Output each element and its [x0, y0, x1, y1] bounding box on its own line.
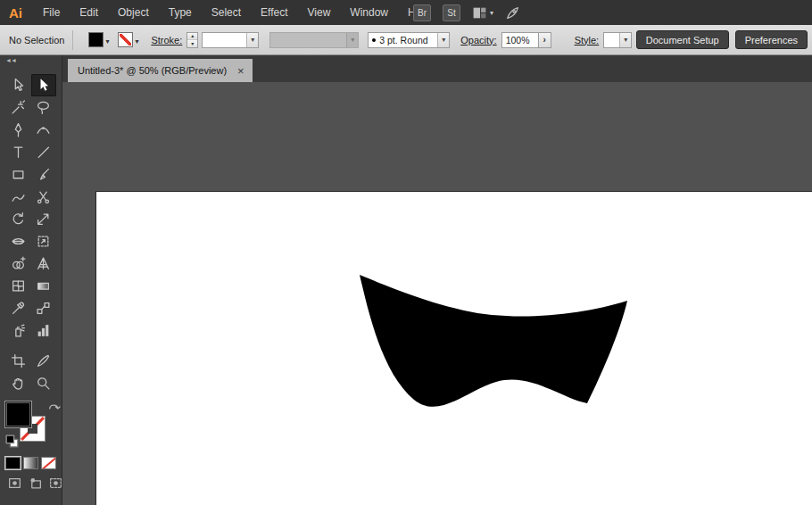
tool-curvature[interactable]	[31, 119, 57, 141]
control-bar: No Selection ▾ ▾ Stroke: ▴ ▾ ▾ ▾ 3 pt. R…	[0, 25, 812, 55]
gradient-button[interactable]	[23, 457, 38, 469]
canvas-pasteboard[interactable]	[62, 82, 812, 505]
tool-free-transform[interactable]	[31, 230, 57, 252]
tools-panel: ◄◄	[0, 55, 62, 505]
style-label[interactable]: Style:	[575, 35, 600, 46]
chevron-down-icon[interactable]: ▾	[135, 37, 138, 46]
draw-behind-icon[interactable]	[28, 476, 43, 494]
tool-magic-wand[interactable]	[5, 96, 31, 119]
tool-perspective-grid[interactable]	[31, 252, 57, 275]
menu-object[interactable]: Object	[108, 0, 159, 25]
drawn-shape[interactable]	[360, 275, 627, 407]
chevron-down-icon[interactable]: ▾	[246, 33, 258, 47]
opacity-flyout-icon[interactable]: ›	[539, 32, 551, 48]
workspace-layout-icon	[472, 5, 487, 21]
tool-column-graph[interactable]	[31, 319, 57, 342]
menu-select[interactable]: Select	[202, 0, 251, 25]
tool-blend[interactable]	[31, 297, 57, 319]
none-button[interactable]	[41, 457, 56, 469]
tool-eyedropper[interactable]	[5, 297, 31, 319]
stroke-color-control: ▾	[118, 32, 140, 47]
stroke-color-swatch[interactable]	[118, 32, 133, 47]
tool-pen[interactable]	[5, 119, 31, 141]
tool-type[interactable]	[5, 141, 31, 163]
chevron-down-icon[interactable]: ▾	[105, 37, 109, 46]
app-logo: Ai	[0, 5, 33, 21]
tool-group-divider	[5, 342, 56, 350]
brush-definition-value: 3 pt. Round	[379, 35, 427, 46]
stroke-weight-combo[interactable]: ▾	[202, 32, 259, 48]
divider	[72, 30, 73, 50]
tool-slice[interactable]	[31, 350, 57, 372]
bridge-icon[interactable]: Br	[413, 4, 431, 21]
style-combo[interactable]: ▾	[603, 32, 632, 48]
tool-width[interactable]	[5, 230, 31, 252]
color-button[interactable]	[5, 457, 21, 469]
swap-fill-stroke-icon[interactable]	[46, 400, 59, 412]
tool-symbol-sprayer[interactable]	[5, 319, 31, 342]
chevron-down-icon: ▾	[490, 9, 493, 17]
tool-shape-builder[interactable]	[5, 252, 31, 275]
tool-scale[interactable]	[31, 208, 57, 230]
tools-grid	[0, 69, 62, 394]
drawn-shape-layer	[348, 265, 651, 426]
document-tab-title: Untitled-3* @ 50% (RGB/Preview)	[78, 65, 227, 76]
tool-line-segment[interactable]	[31, 141, 57, 163]
tool-zoom[interactable]	[31, 372, 57, 394]
fill-indicator-swatch[interactable]	[5, 402, 31, 427]
opacity-combo[interactable]: 100%	[501, 32, 539, 48]
tool-artboard[interactable]	[5, 350, 31, 372]
app-bar-icons: Br St ▾	[413, 0, 520, 25]
tool-lasso[interactable]	[31, 96, 57, 119]
chevron-down-icon: ▾	[346, 33, 358, 47]
menu-effect[interactable]: Effect	[251, 0, 297, 25]
tool-direct-selection[interactable]	[5, 74, 31, 96]
stepper-down-icon[interactable]: ▾	[187, 40, 197, 47]
opacity-value: 100%	[502, 35, 538, 46]
tool-rotate[interactable]	[5, 208, 31, 230]
brush-definition-combo[interactable]: 3 pt. Round ▾	[368, 32, 450, 48]
tool-gradient[interactable]	[31, 275, 57, 297]
menu-file[interactable]: File	[33, 0, 70, 25]
menu-type[interactable]: Type	[159, 0, 202, 25]
tool-hand[interactable]	[5, 372, 31, 394]
fill-color-swatch[interactable]	[88, 32, 104, 47]
menu-window[interactable]: Window	[340, 0, 398, 25]
opacity-label[interactable]: Opacity:	[460, 35, 496, 46]
menu-edit[interactable]: Edit	[70, 0, 108, 25]
stepper-up-icon[interactable]: ▴	[187, 33, 197, 41]
panel-collapse-button[interactable]: ◄◄	[0, 55, 62, 69]
close-icon[interactable]: ×	[237, 65, 244, 77]
stroke-weight-stepper[interactable]: ▴ ▾	[186, 32, 198, 48]
document-tab[interactable]: Untitled-3* @ 50% (RGB/Preview) ×	[68, 59, 253, 82]
gpu-performance-icon[interactable]	[505, 5, 520, 21]
brush-preview-dot	[372, 38, 376, 42]
selection-status: No Selection	[9, 35, 64, 46]
draw-modes-row	[0, 469, 62, 494]
tool-mesh[interactable]	[5, 275, 31, 297]
fill-stroke-indicator	[4, 400, 60, 450]
illustrator-window: Ai File Edit Object Type Select Effect V…	[0, 0, 812, 505]
workspace-switcher[interactable]: ▾	[472, 5, 493, 21]
draw-normal-icon[interactable]	[7, 476, 22, 494]
tool-scissors[interactable]	[31, 186, 57, 208]
chevron-down-icon[interactable]: ▾	[437, 33, 449, 47]
stroke-label[interactable]: Stroke:	[151, 35, 182, 46]
chevron-down-icon[interactable]: ▾	[619, 33, 631, 47]
tool-rectangle[interactable]	[5, 163, 31, 186]
default-fill-stroke-icon[interactable]	[4, 434, 19, 448]
tool-selection[interactable]	[31, 74, 57, 96]
menu-bar: Ai File Edit Object Type Select Effect V…	[0, 0, 812, 25]
menu-view[interactable]: View	[298, 0, 341, 25]
preferences-button[interactable]: Preferences	[735, 30, 808, 49]
tool-paintbrush[interactable]	[31, 163, 57, 186]
tool-shaper[interactable]	[5, 186, 31, 208]
draw-inside-icon[interactable]	[48, 476, 63, 494]
stock-icon[interactable]: St	[443, 4, 460, 21]
fill-color-control: ▾	[88, 32, 111, 47]
color-mode-row	[0, 450, 62, 469]
width-profile-combo-disabled: ▾	[269, 32, 359, 48]
document-tab-bar: Untitled-3* @ 50% (RGB/Preview) ×	[62, 55, 812, 82]
document-setup-button[interactable]: Document Setup	[636, 30, 729, 49]
